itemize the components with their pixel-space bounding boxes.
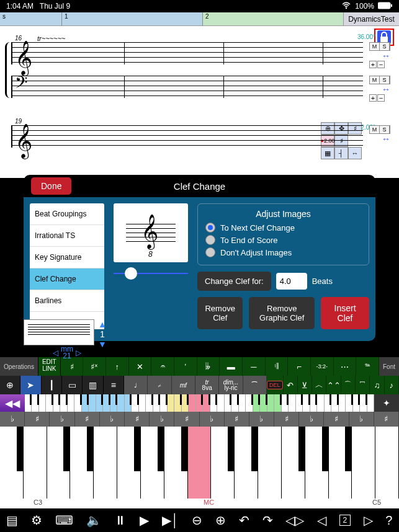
staff-system-2[interactable]: 19 𝄞 MS ↔: [11, 125, 388, 148]
width-arrow-icon[interactable]: ↔: [369, 51, 390, 61]
fermata-icon[interactable]: 𝄐: [151, 357, 174, 376]
radio-end-score[interactable]: To End of Score: [205, 235, 361, 245]
menu-barlines[interactable]: Barlines: [30, 290, 104, 312]
accidental-cell[interactable]: ♭: [349, 412, 374, 427]
dialog-menu[interactable]: Beat Groupings Irrational TS Key Signatu…: [30, 203, 104, 335]
accidental-cell[interactable]: ♯: [25, 412, 50, 427]
measure-navigator[interactable]: ◁ mm21 ▷: [24, 346, 110, 360]
mute-btn[interactable]: M: [370, 43, 380, 50]
tremolo-icon[interactable]: 𝄫: [197, 357, 220, 376]
menu-key-signature[interactable]: Key Signature: [30, 247, 104, 268]
select-tool-icon[interactable]: ▭: [62, 376, 83, 394]
pedal-icon[interactable]: 𝆮: [356, 357, 379, 376]
accidental-cell[interactable]: ♯: [274, 412, 299, 427]
piano-keyboard[interactable]: [0, 427, 399, 499]
prev-page-icon[interactable]: ◁: [317, 513, 326, 528]
mini-white-key[interactable]: [239, 394, 246, 412]
beats-input[interactable]: [276, 273, 307, 290]
mini-white-key[interactable]: [117, 394, 124, 412]
text-lyric-icon[interactable]: dim...ly-ric: [219, 376, 243, 394]
staff-controls-1a[interactable]: MS ↔ +−: [369, 42, 390, 68]
mute-btn[interactable]: M: [370, 76, 380, 84]
accidental-cell[interactable]: ♯: [125, 412, 150, 427]
mini-white-key[interactable]: [39, 394, 46, 412]
menu-beat-groupings[interactable]: Beat Groupings: [30, 203, 104, 225]
move2-icon[interactable]: ↔: [348, 147, 362, 159]
mini-white-key[interactable]: [267, 394, 274, 412]
mini-kb-toggle[interactable]: ✦: [374, 394, 399, 412]
minus-btn[interactable]: −: [377, 61, 385, 68]
mini-white-key[interactable]: [89, 394, 96, 412]
next-measure-icon[interactable]: ▷: [76, 348, 81, 357]
accidental-cell[interactable]: ♯: [324, 412, 349, 427]
grace-icon[interactable]: ♪: [385, 376, 399, 394]
accidental-cell[interactable]: ♯: [75, 412, 100, 427]
mini-kb-keys[interactable]: [25, 394, 374, 412]
staff-system-1[interactable]: 16 𝄞 tr~~~~~~ MS ↔ +− 𝄢 MS ↔ +−: [11, 42, 388, 98]
mini-white-key[interactable]: [189, 394, 195, 412]
ottava-icon[interactable]: tr8va: [195, 376, 219, 394]
white-key[interactable]: [188, 427, 212, 499]
menu-clef-change[interactable]: Clef Change: [30, 268, 104, 290]
accidental-cell[interactable]: ♯: [374, 412, 399, 427]
remove-clef-button[interactable]: Remove Clef: [197, 297, 243, 329]
done-button[interactable]: Done: [31, 177, 71, 195]
grid-tool-icon[interactable]: ▦: [321, 147, 334, 159]
mini-white-key[interactable]: [217, 394, 224, 412]
arrow-up-icon[interactable]: ↑: [106, 357, 129, 376]
white-key[interactable]: [94, 427, 117, 499]
accidental-cell[interactable]: ♭: [50, 412, 74, 427]
remove-graphic-clef-button[interactable]: Remove Graphic Clef: [249, 297, 315, 329]
pause-icon[interactable]: ⏸: [114, 513, 127, 528]
width-arrow-icon[interactable]: ↔: [369, 134, 390, 144]
settings-icon[interactable]: ⚙: [31, 513, 42, 528]
mini-white-key[interactable]: [289, 394, 295, 412]
bracket-icon[interactable]: ⌐: [288, 357, 311, 376]
line-icon[interactable]: ─: [243, 357, 266, 376]
pointer-tool-icon[interactable]: ➤: [20, 376, 41, 394]
solo-btn[interactable]: S: [380, 43, 390, 50]
help-icon[interactable]: ?: [385, 513, 392, 528]
change-clef-for-button[interactable]: Change Clef for:: [197, 272, 271, 291]
accidental-cell[interactable]: ♭: [249, 412, 274, 427]
clef-slider[interactable]: [114, 267, 188, 280]
accidental-cell[interactable]: ♭: [100, 412, 125, 427]
beam-icon[interactable]: ▬: [220, 357, 243, 376]
accidental-cell[interactable]: ♭: [0, 412, 25, 427]
radio-dont-adjust[interactable]: Don't Adjust Images: [205, 247, 361, 257]
mini-keyboard[interactable]: ◀◀ ✦: [0, 394, 399, 412]
edit-link-button[interactable]: EDITLINK: [38, 357, 61, 376]
ruler-seg-1[interactable]: 1: [62, 12, 203, 25]
prev-measure-icon[interactable]: ◁: [53, 348, 58, 357]
staff-tool-icon[interactable]: ≡: [104, 376, 124, 394]
mini-kb-left[interactable]: ◀◀: [0, 394, 25, 412]
accidental-cell[interactable]: ♯: [225, 412, 249, 427]
double-up-icon[interactable]: ⌃⌃: [326, 376, 341, 394]
speaker-icon[interactable]: 🔈: [86, 513, 102, 528]
accidental-cell[interactable]: ♭: [299, 412, 324, 427]
solo-btn[interactable]: S: [380, 76, 390, 84]
score-area[interactable]: 36.00° 42.00° 16 𝄞 tr~~~~~~ MS ↔ +− 𝄢 MS…: [0, 26, 399, 178]
slash-note-icon[interactable]: ⌿: [148, 376, 171, 394]
play-from-icon[interactable]: ▶│: [162, 513, 179, 528]
bracket2-icon[interactable]: ⎴: [356, 376, 370, 394]
undo-icon[interactable]: ↶: [239, 513, 249, 528]
repeat-icon[interactable]: 𝄇: [266, 357, 289, 376]
white-key[interactable]: [258, 427, 282, 499]
slider-thumb[interactable]: [125, 267, 137, 280]
breath-icon[interactable]: ’: [174, 357, 197, 376]
mini-white-key[interactable]: [339, 394, 346, 412]
solo-btn[interactable]: S: [380, 126, 390, 133]
barline-tool-icon[interactable]: ┤: [334, 147, 348, 159]
mini-staff-preview[interactable]: [24, 319, 94, 345]
mute-btn[interactable]: M: [370, 126, 380, 133]
mini-white-key[interactable]: [367, 394, 374, 412]
accidental-cell[interactable]: ♭: [200, 412, 225, 427]
sharp-alt-icon[interactable]: ♯ˣ: [83, 357, 106, 376]
clef-preview[interactable]: 𝄞 8: [114, 203, 188, 262]
operations-button[interactable]: Operations: [0, 357, 38, 376]
zoom-out-icon[interactable]: ⊖: [192, 513, 202, 528]
redo-icon[interactable]: ↷: [262, 513, 273, 528]
minus-btn[interactable]: −: [377, 94, 385, 102]
beam2-icon[interactable]: ♫: [370, 376, 384, 394]
